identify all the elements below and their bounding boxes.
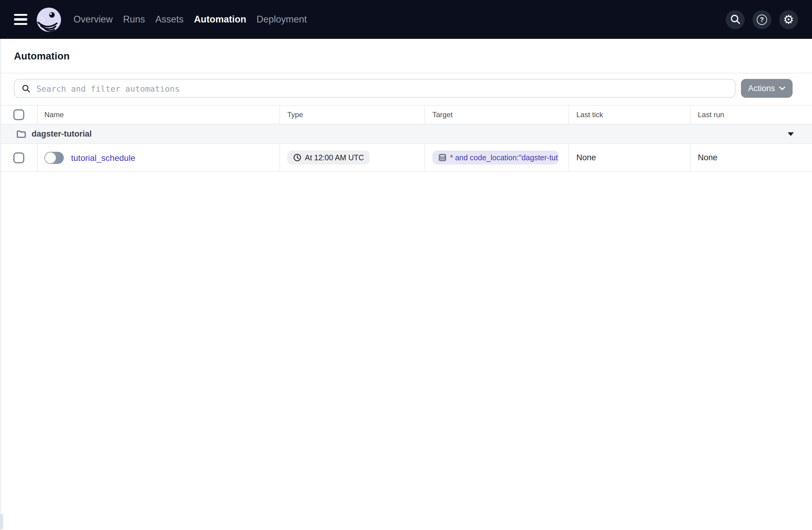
table-header-row: Name Type Target Last tick Last run xyxy=(0,106,812,124)
help-icon: ? xyxy=(757,14,767,25)
dagster-logo-icon[interactable] xyxy=(37,7,61,32)
left-scrollbar-track xyxy=(0,39,1,530)
gear-icon: ⚙ xyxy=(783,13,794,26)
nav-item-overview[interactable]: Overview xyxy=(73,14,113,25)
help-button[interactable]: ? xyxy=(753,10,771,29)
caret-down-icon[interactable] xyxy=(788,132,794,136)
column-header-last-run: Last run xyxy=(690,106,812,124)
toggle-knob xyxy=(45,152,56,163)
column-header-last-tick: Last tick xyxy=(568,106,690,124)
primary-nav: Overview Runs Assets Automation Deployme… xyxy=(73,14,307,25)
chevron-down-icon xyxy=(779,86,785,90)
controls-bar: Actions xyxy=(0,73,812,105)
nav-item-assets[interactable]: Assets xyxy=(156,14,184,25)
search-box xyxy=(14,79,736,98)
actions-button-label: Actions xyxy=(748,84,775,93)
nav-item-deployment[interactable]: Deployment xyxy=(257,14,307,25)
schedule-toggle[interactable] xyxy=(44,151,64,164)
target-badge[interactable]: * and code_location:"dagster-tut xyxy=(432,150,559,164)
nav-item-runs[interactable]: Runs xyxy=(123,14,145,25)
last-tick-value: None xyxy=(576,153,596,162)
type-badge[interactable]: At 12:00 AM UTC xyxy=(287,150,370,164)
hamburger-icon[interactable] xyxy=(14,12,29,27)
type-badge-label: At 12:00 AM UTC xyxy=(305,153,364,162)
folder-icon xyxy=(16,130,26,138)
group-name: dagster-tutorial xyxy=(32,129,92,138)
clock-icon xyxy=(293,153,301,161)
table-row: tutorial_schedule At 12:00 AM UTC xyxy=(0,144,812,172)
automations-table: Name Type Target Last tick Last run dags… xyxy=(0,105,812,172)
left-scrollbar-thumb[interactable] xyxy=(0,514,3,529)
row-checkbox[interactable] xyxy=(13,152,24,163)
top-navbar: Overview Runs Assets Automation Deployme… xyxy=(0,0,812,39)
actions-button[interactable]: Actions xyxy=(741,79,793,98)
group-row-dagster-tutorial[interactable]: dagster-tutorial xyxy=(0,124,812,144)
search-input[interactable] xyxy=(35,79,735,98)
target-badge-label: * and code_location:"dagster-tut xyxy=(450,153,558,162)
navbar-actions: ? ⚙ xyxy=(726,10,798,29)
page-title: Automation xyxy=(14,50,70,62)
search-button[interactable] xyxy=(726,10,744,29)
search-icon xyxy=(22,84,30,92)
column-header-type: Type xyxy=(279,106,424,124)
column-header-name: Name xyxy=(37,106,279,124)
last-run-value: None xyxy=(698,153,717,162)
settings-button[interactable]: ⚙ xyxy=(779,10,798,29)
column-header-target: Target xyxy=(424,106,568,124)
nav-item-automation[interactable]: Automation xyxy=(194,14,246,25)
automation-name-link[interactable]: tutorial_schedule xyxy=(71,153,135,162)
page-header: Automation xyxy=(0,39,812,73)
dagster-app: Overview Runs Assets Automation Deployme… xyxy=(0,0,812,530)
selection-icon xyxy=(438,153,446,161)
search-icon xyxy=(730,14,741,25)
select-all-checkbox[interactable] xyxy=(13,109,24,120)
